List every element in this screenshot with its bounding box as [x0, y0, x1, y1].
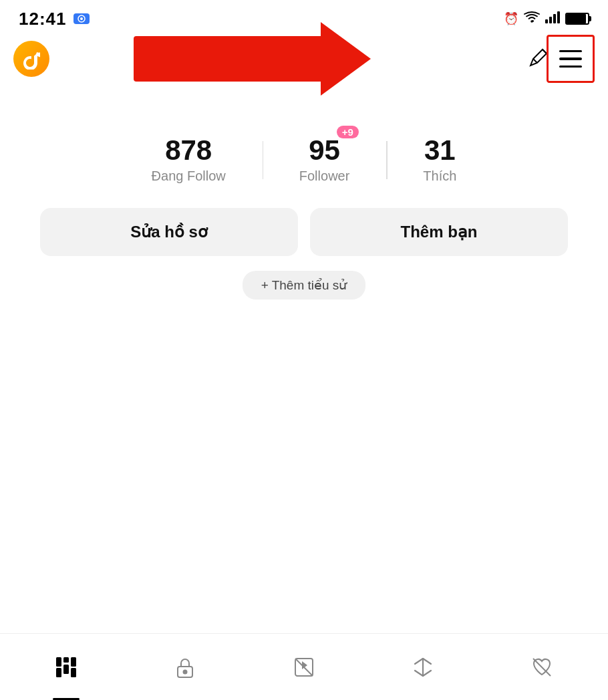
svg-rect-6: [557, 11, 560, 23]
menu-line-3: [559, 66, 582, 68]
share-icon: [412, 656, 434, 679]
repost-icon: [293, 656, 315, 679]
svg-rect-11: [63, 665, 69, 674]
svg-rect-7: [56, 657, 61, 667]
following-count: 878: [165, 136, 212, 164]
svg-point-1: [80, 17, 83, 20]
stat-following[interactable]: 878 Đang Follow: [115, 136, 263, 184]
add-friend-button[interactable]: Thêm bạn: [310, 208, 568, 256]
action-buttons: Sửa hồ sơ Thêm bạn: [0, 208, 608, 256]
live-badge: [73, 13, 90, 24]
tiktok-logo: [13, 41, 49, 77]
nav-tab-videos[interactable]: [7, 634, 126, 700]
svg-rect-9: [71, 657, 76, 667]
followers-label: Follower: [299, 168, 350, 184]
followers-count: 95 +9: [309, 136, 340, 164]
status-icons: ⏰: [504, 11, 589, 27]
svg-point-14: [184, 670, 187, 673]
nav-tab-reposts[interactable]: [245, 634, 363, 700]
likes-count: 31: [424, 136, 456, 164]
following-label: Đang Follow: [152, 168, 226, 184]
menu-line-2: [559, 57, 582, 60]
profile-area: 878 Đang Follow 95 +9 Follower 31 Thích …: [0, 83, 608, 300]
stats-row: 878 Đang Follow 95 +9 Follower 31 Thích: [0, 136, 608, 184]
alarm-icon: ⏰: [504, 11, 518, 26]
wifi-icon: [524, 11, 540, 27]
lock-icon: [174, 656, 196, 679]
svg-rect-8: [63, 657, 69, 663]
red-arrow-container: [134, 22, 371, 96]
followers-badge: +9: [337, 126, 359, 138]
stat-followers[interactable]: 95 +9 Follower: [263, 136, 387, 184]
signal-icon: [545, 11, 560, 27]
nav-tab-shares[interactable]: [363, 634, 482, 700]
nav-tab-liked[interactable]: [482, 634, 601, 700]
svg-rect-3: [545, 19, 548, 23]
status-time: 12:41: [19, 9, 67, 29]
bottom-nav: [0, 633, 608, 700]
svg-rect-10: [56, 668, 61, 677]
add-bio-button[interactable]: + Thêm tiểu sử: [243, 271, 366, 300]
stat-likes[interactable]: 31 Thích: [386, 136, 493, 184]
grid-icon: [55, 656, 78, 679]
svg-rect-12: [71, 668, 76, 677]
svg-rect-4: [549, 17, 552, 23]
heart-off-icon: [530, 656, 553, 679]
battery-icon: [565, 13, 589, 25]
edit-profile-button[interactable]: Sửa hồ sơ: [40, 208, 298, 256]
nav-tab-private[interactable]: [126, 634, 245, 700]
app-header: [0, 35, 608, 83]
likes-label: Thích: [423, 168, 456, 184]
svg-point-2: [530, 20, 533, 23]
svg-rect-5: [553, 14, 556, 23]
hamburger-menu-button[interactable]: [547, 35, 595, 83]
menu-line-1: [559, 50, 582, 53]
